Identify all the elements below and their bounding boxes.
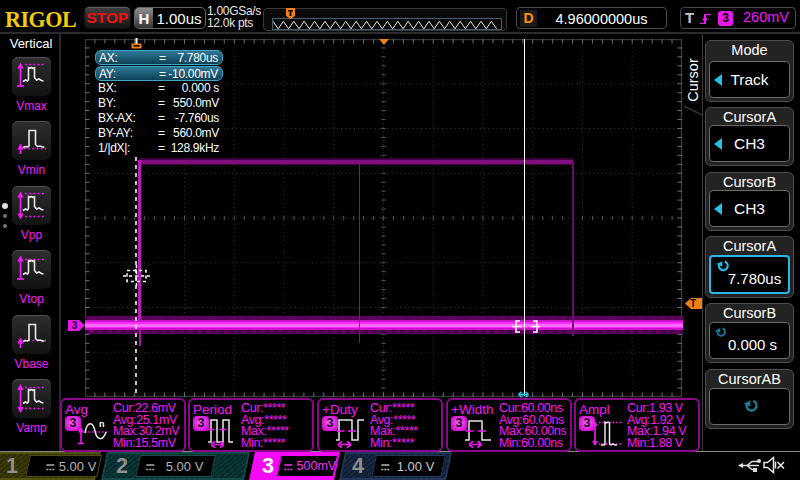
svg-text:3: 3 xyxy=(72,320,78,331)
svg-text:T: T xyxy=(690,298,696,309)
svg-text:n: n xyxy=(99,419,105,429)
